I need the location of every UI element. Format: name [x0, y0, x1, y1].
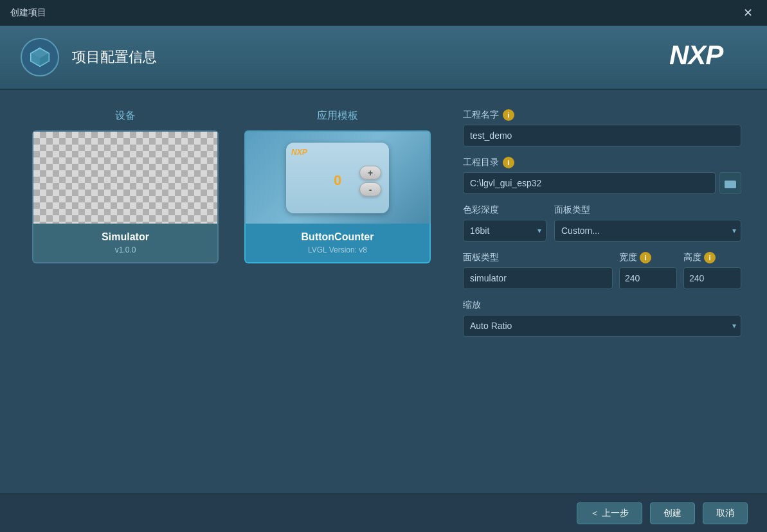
nxp-logo: NXP [669, 39, 746, 76]
zoom-select[interactable]: Auto Ratio 1x 2x 0.5x [463, 315, 741, 337]
simulator-card-version: v1.0.0 [44, 245, 207, 254]
template-section-title: 应用模板 [317, 109, 358, 123]
close-button[interactable]: ✕ [739, 6, 757, 20]
project-dir-row [463, 172, 741, 194]
preview-nxp-label: NXP [291, 148, 307, 157]
project-dir-label-row: 工程目录 i [463, 157, 741, 168]
panel-type-bottom-label: 面板类型 [463, 252, 499, 263]
project-name-input[interactable] [463, 125, 741, 146]
color-depth-label-row: 色彩深度 [463, 204, 546, 216]
color-depth-label: 色彩深度 [463, 204, 499, 216]
header: 项目配置信息 NXP [0, 26, 767, 90]
device-section-title: 设备 [115, 109, 136, 123]
panel-width-height-row: 面板类型 宽度 i 高度 i [463, 252, 741, 289]
panel-type-bottom-group: 面板类型 [463, 252, 613, 289]
header-title: 项目配置信息 [72, 48, 157, 67]
panel-type-top-label: 面板类型 [554, 204, 590, 216]
width-label: 宽度 [619, 252, 637, 263]
height-input[interactable] [683, 267, 741, 289]
preview-minus-btn: - [359, 182, 381, 196]
folder-browse-button[interactable] [719, 172, 741, 194]
preview-plus-btn: + [359, 165, 381, 179]
height-group: 高度 i [683, 252, 741, 289]
create-button[interactable]: 创建 [650, 502, 695, 524]
zoom-label: 缩放 [463, 299, 481, 311]
cancel-button[interactable]: 取消 [703, 502, 748, 524]
zoom-group: 缩放 Auto Ratio 1x 2x 0.5x ▾ [463, 299, 741, 337]
template-card-name: ButtonCounter [256, 231, 419, 243]
project-dir-group: 工程目录 i [463, 157, 741, 194]
project-name-label: 工程名字 [463, 109, 499, 121]
right-panel: 工程名字 i 工程目录 i [463, 109, 741, 481]
panel-type-bottom-label-row: 面板类型 [463, 252, 613, 263]
main-content: 设备 Simulator v1.0.0 应用模板 NXP 0 + [0, 90, 767, 493]
widget-preview: NXP 0 + - [286, 143, 389, 213]
folder-icon [725, 178, 736, 188]
back-button[interactable]: ＜ 上一步 [577, 502, 642, 524]
template-section: 应用模板 NXP 0 + - ButtonCounter LVGL Versio… [238, 109, 437, 481]
svg-text:NXP: NXP [669, 40, 724, 70]
simulator-card-label: Simulator v1.0.0 [32, 224, 219, 263]
template-card-image: NXP 0 + - [244, 130, 431, 224]
width-info-icon[interactable]: i [640, 252, 651, 263]
panel-type-top-wrapper: Custom... ILI9341 ST7789 ▾ [554, 220, 741, 242]
panel-type-input[interactable] [463, 267, 613, 289]
height-info-icon[interactable]: i [704, 252, 716, 263]
project-name-label-row: 工程名字 i [463, 109, 741, 121]
color-depth-select[interactable]: 16bit 32bit 8bit [463, 220, 546, 242]
header-icon [21, 38, 59, 76]
color-depth-wrapper: 16bit 32bit 8bit ▾ [463, 220, 546, 242]
width-input[interactable] [619, 267, 677, 289]
width-group: 宽度 i [619, 252, 677, 289]
title-bar: 创建项目 ✕ [0, 0, 767, 26]
project-name-group: 工程名字 i [463, 109, 741, 146]
footer: ＜ 上一步 创建 取消 [0, 493, 767, 532]
simulator-card-image [32, 130, 219, 224]
zoom-wrapper: Auto Ratio 1x 2x 0.5x ▾ [463, 315, 741, 337]
height-label-row: 高度 i [683, 252, 741, 263]
panel-type-top-label-row: 面板类型 [554, 204, 741, 216]
template-card-version: LVGL Version: v8 [256, 245, 419, 254]
window-title: 创建项目 [10, 7, 46, 19]
height-label: 高度 [683, 252, 701, 263]
device-section: 设备 Simulator v1.0.0 [26, 109, 225, 481]
color-panel-row: 色彩深度 16bit 32bit 8bit ▾ 面板类型 Cu [463, 204, 741, 242]
project-name-info-icon[interactable]: i [503, 109, 514, 121]
project-dir-label: 工程目录 [463, 157, 499, 168]
preview-buttons: + - [359, 165, 381, 196]
preview-counter: 0 [334, 172, 341, 189]
project-dir-input[interactable] [463, 172, 716, 194]
template-card[interactable]: NXP 0 + - ButtonCounter LVGL Version: v8 [244, 130, 431, 263]
color-depth-group: 色彩深度 16bit 32bit 8bit ▾ [463, 204, 546, 242]
left-panel: 设备 Simulator v1.0.0 应用模板 NXP 0 + [26, 109, 437, 481]
panel-type-top-group: 面板类型 Custom... ILI9341 ST7789 ▾ [554, 204, 741, 242]
simulator-card[interactable]: Simulator v1.0.0 [32, 130, 219, 263]
zoom-label-row: 缩放 [463, 299, 741, 311]
panel-type-top-select[interactable]: Custom... ILI9341 ST7789 [554, 220, 741, 242]
simulator-card-name: Simulator [44, 231, 207, 243]
cube-icon [28, 46, 51, 69]
template-card-label: ButtonCounter LVGL Version: v8 [244, 224, 431, 263]
project-dir-info-icon[interactable]: i [503, 157, 514, 168]
width-label-row: 宽度 i [619, 252, 677, 263]
